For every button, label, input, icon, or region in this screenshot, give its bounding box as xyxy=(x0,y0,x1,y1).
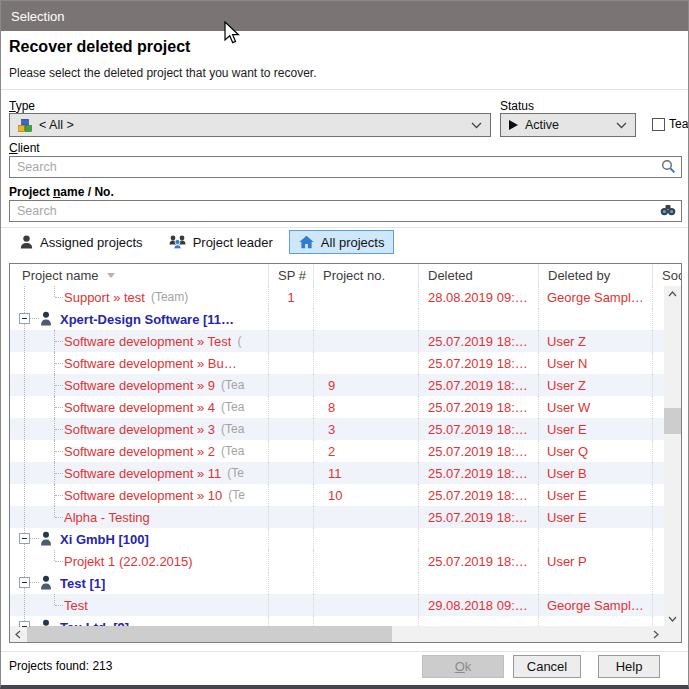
sp-cell xyxy=(268,462,313,484)
soc-cell xyxy=(652,594,664,616)
table-row[interactable]: Software development » 4 (Tea 8 25.07.20… xyxy=(10,396,664,418)
project-no-cell xyxy=(313,528,418,550)
tree-collapse-icon[interactable] xyxy=(19,313,30,324)
tree-branch xyxy=(55,407,63,408)
soc-cell xyxy=(652,418,664,440)
deleted-by-cell: User Z xyxy=(538,374,652,396)
type-dropdown[interactable]: < All > xyxy=(9,113,491,137)
scrollbar-corner xyxy=(664,626,681,642)
tab-assigned-projects[interactable]: Assigned projects xyxy=(10,230,153,254)
tree-line xyxy=(54,506,55,517)
table-row[interactable]: Alpha - Testing 25.07.2019 18:… User E xyxy=(10,506,664,528)
column-header-deleted[interactable]: Deleted xyxy=(418,264,538,286)
deleted-cell: 25.07.2019 18:… xyxy=(418,396,538,418)
scroll-down-icon[interactable] xyxy=(664,611,681,627)
selection-dialog: Selection Recover deleted project Please… xyxy=(0,0,689,689)
table-row[interactable]: Software development » 10 (Te 10 25.07.2… xyxy=(10,484,664,506)
table-row[interactable]: Software development » Bu… 25.07.2019 18… xyxy=(10,352,664,374)
deleted-cell: 25.07.2019 18:… xyxy=(418,440,538,462)
horizontal-scrollbar[interactable] xyxy=(10,626,664,642)
soc-cell xyxy=(652,572,664,594)
home-icon xyxy=(299,235,314,249)
sp-cell: 1 xyxy=(268,286,313,308)
deleted-cell: 25.07.2019 18:… xyxy=(418,484,538,506)
footer-divider xyxy=(1,651,688,652)
ok-button[interactable]: Ok xyxy=(422,655,504,678)
table-row[interactable]: Test [1] xyxy=(10,572,664,594)
project-name-suffix: (Team) xyxy=(151,290,188,304)
sp-cell xyxy=(268,484,313,506)
tree-branch xyxy=(55,451,63,452)
cancel-button[interactable]: Cancel xyxy=(513,655,581,678)
tree-collapse-icon[interactable] xyxy=(19,533,30,544)
magnifier-icon[interactable] xyxy=(661,159,676,178)
table-row[interactable]: Software development » 9 (Tea 9 25.07.20… xyxy=(10,374,664,396)
project-name: Software development » 10 xyxy=(64,488,222,503)
column-header-project-name[interactable]: Project name xyxy=(10,264,268,286)
tree-collapse-icon[interactable] xyxy=(19,577,30,588)
soc-cell xyxy=(652,308,664,330)
scroll-left-icon[interactable] xyxy=(10,626,26,642)
vertical-scroll-thumb[interactable] xyxy=(664,408,681,434)
project-no-cell: 9 xyxy=(313,374,418,396)
project-search-input[interactable] xyxy=(9,200,682,222)
project-name: Software development » 4 xyxy=(64,400,215,415)
column-header-soc[interactable]: Soc xyxy=(652,264,681,286)
column-header-sp[interactable]: SP # xyxy=(268,264,313,286)
tab-bar: Assigned projects Project leader xyxy=(10,230,394,254)
vertical-scrollbar[interactable] xyxy=(664,286,681,627)
tree-collapse-icon[interactable] xyxy=(19,621,30,627)
project-no-cell xyxy=(313,330,418,352)
person-icon xyxy=(20,235,33,249)
tab-project-leader[interactable]: Project leader xyxy=(159,230,283,254)
binoculars-icon[interactable] xyxy=(660,203,676,221)
project-no-cell xyxy=(313,594,418,616)
chevron-down-icon xyxy=(616,122,627,129)
deleted-by-cell: George Sampl… xyxy=(538,594,652,616)
tree-branch xyxy=(55,605,63,606)
project-name-suffix: ( xyxy=(237,334,241,348)
title-bar[interactable]: Selection xyxy=(1,1,688,31)
sp-cell xyxy=(268,440,313,462)
tabs-divider xyxy=(1,227,688,228)
type-value: < All > xyxy=(39,118,74,132)
window-title: Selection xyxy=(11,9,64,24)
tree-branch xyxy=(55,341,63,342)
help-button[interactable]: Help xyxy=(598,655,660,678)
table-row[interactable]: Xpert-Design Software [11… xyxy=(10,308,664,330)
table-row[interactable]: Software development » Test ( 25.07.2019… xyxy=(10,330,664,352)
table-row[interactable]: Support » test (Team) 1 28.08.2019 09:… … xyxy=(10,286,664,308)
status-dropdown[interactable]: Active xyxy=(500,113,636,137)
scroll-up-icon[interactable] xyxy=(664,286,681,302)
project-name: Support » test xyxy=(64,290,145,305)
horizontal-scroll-thumb[interactable] xyxy=(27,626,392,642)
project-no-cell xyxy=(313,550,418,572)
table-row[interactable]: Software development » 2 (Tea 2 25.07.20… xyxy=(10,440,664,462)
client-search-input[interactable] xyxy=(9,156,682,178)
deleted-cell: 25.07.2019 18:… xyxy=(418,330,538,352)
sp-cell xyxy=(268,396,313,418)
projects-table: Project name SP # Project no. Deleted De… xyxy=(9,263,682,643)
project-name-suffix: (Tea xyxy=(221,444,244,458)
table-row[interactable]: Software development » 3 (Tea 3 25.07.20… xyxy=(10,418,664,440)
soc-cell xyxy=(652,462,664,484)
column-header-deleted-by[interactable]: Deleted by xyxy=(538,264,652,286)
tree-line xyxy=(54,594,55,605)
table-row[interactable]: Projekt 1 (22.02.2015) 25.07.2019 18:… U… xyxy=(10,550,664,572)
project-name-suffix: (Tea xyxy=(221,400,244,414)
project-name: Alpha - Testing xyxy=(64,510,150,525)
tree-branch xyxy=(55,517,63,518)
table-row[interactable]: Test 29.08.2018 09:… George Sampl… xyxy=(10,594,664,616)
soc-cell xyxy=(652,440,664,462)
project-name-label: Project name / No. xyxy=(9,185,114,199)
tree-branch xyxy=(55,363,63,364)
tab-all-projects[interactable]: All projects xyxy=(289,230,395,254)
status-label: Status xyxy=(500,99,534,113)
project-no-cell: 2 xyxy=(313,440,418,462)
tree-branch xyxy=(55,561,63,562)
column-header-project-no[interactable]: Project no. xyxy=(313,264,418,286)
scroll-right-icon[interactable] xyxy=(648,626,664,642)
table-row[interactable]: Xi GmbH [100] xyxy=(10,528,664,550)
team-checkbox[interactable] xyxy=(652,118,665,131)
table-row[interactable]: Software development » 11 (Te 11 25.07.2… xyxy=(10,462,664,484)
